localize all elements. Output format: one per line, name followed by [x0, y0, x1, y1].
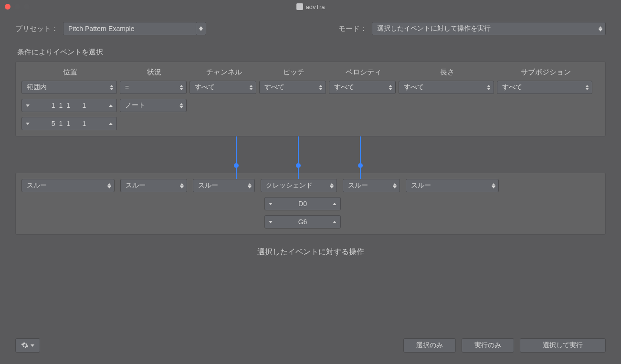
svg-marker-1 [199, 29, 203, 31]
status-op-select[interactable]: = [120, 81, 187, 94]
velocity-select[interactable]: すべて [329, 81, 396, 94]
mode-select[interactable]: 選択したイベントに対して操作を実行 [372, 22, 606, 35]
op-col2-select[interactable]: スルー [120, 179, 187, 192]
mode-label: モード： [338, 24, 367, 33]
slider-zone [15, 139, 606, 173]
position-mode-select[interactable]: 範囲内 [21, 81, 117, 94]
settings-menu-button[interactable] [15, 338, 40, 353]
svg-marker-36 [269, 203, 273, 205]
preset-select[interactable]: Pitch Pattern Example [63, 22, 206, 35]
svg-marker-34 [492, 183, 495, 186]
pitch-from-spinner[interactable]: D0 [264, 197, 341, 210]
window-title: advTra [306, 3, 325, 10]
svg-marker-35 [492, 186, 495, 188]
op-col6-select[interactable]: スルー [406, 179, 499, 192]
svg-marker-26 [180, 183, 184, 186]
svg-marker-17 [585, 88, 589, 90]
app-icon [296, 3, 303, 10]
svg-marker-22 [26, 123, 30, 125]
chevron-down-icon [199, 29, 203, 31]
header-position: 位置 [22, 68, 118, 77]
svg-marker-14 [487, 85, 491, 87]
header-pitch: ピッチ [260, 68, 327, 77]
operations-panel: スルー スルー スルー クレッシェンド スルー スルー [15, 173, 606, 235]
svg-marker-7 [179, 88, 183, 90]
svg-marker-40 [31, 344, 34, 347]
increment-icon[interactable] [329, 221, 340, 223]
svg-marker-6 [179, 85, 183, 87]
conditions-section-title: 条件によりイベントを選択 [17, 48, 606, 57]
svg-marker-20 [179, 103, 183, 105]
op-col3-select[interactable]: スルー [193, 179, 255, 192]
channel-select[interactable]: すべて [189, 81, 256, 94]
select-only-button[interactable]: 選択のみ [403, 338, 456, 353]
svg-marker-5 [110, 88, 114, 90]
operations-caption: 選択したイベントに対する操作 [15, 247, 606, 257]
svg-marker-15 [487, 88, 491, 90]
svg-marker-4 [110, 85, 114, 87]
header-length: 長さ [400, 68, 495, 77]
header-velocity: ベロシティ [330, 68, 397, 77]
header-channel: チャンネル [190, 68, 257, 77]
svg-marker-8 [249, 85, 253, 87]
svg-marker-32 [393, 183, 397, 186]
header-subposition: サブポジション [498, 68, 593, 77]
gear-icon [21, 342, 29, 349]
svg-marker-11 [319, 88, 323, 90]
svg-marker-19 [109, 104, 113, 107]
pitch-to-spinner[interactable]: G6 [264, 215, 341, 229]
svg-marker-38 [269, 221, 273, 223]
pitch-select[interactable]: すべて [259, 81, 326, 94]
svg-marker-18 [26, 104, 30, 107]
decrement-icon[interactable] [265, 203, 276, 205]
svg-marker-23 [109, 123, 113, 125]
preset-stepper[interactable] [196, 22, 206, 35]
decrement-icon[interactable] [22, 104, 33, 107]
svg-marker-31 [330, 186, 334, 188]
op-col5-select[interactable]: スルー [343, 179, 400, 192]
svg-marker-10 [319, 85, 323, 87]
window-controls [5, 4, 30, 10]
svg-marker-3 [599, 29, 602, 31]
svg-marker-39 [333, 221, 337, 223]
decrement-icon[interactable] [22, 123, 33, 125]
svg-marker-2 [599, 26, 602, 29]
select-and-execute-button[interactable]: 選択して実行 [520, 338, 606, 353]
preset-value: Pitch Pattern Example [68, 25, 135, 32]
svg-marker-33 [393, 186, 397, 188]
op-col1-select[interactable]: スルー [21, 179, 115, 192]
footer: 選択のみ 実行のみ 選択して実行 [15, 338, 606, 353]
length-select[interactable]: すべて [399, 81, 494, 94]
chevron-up-icon [599, 26, 602, 29]
increment-icon[interactable] [105, 104, 116, 107]
top-row: プリセット： Pitch Pattern Example モード： 選択したイベ… [15, 22, 606, 35]
increment-icon[interactable] [329, 203, 340, 205]
slider-handle[interactable] [236, 136, 237, 184]
svg-marker-13 [389, 88, 392, 90]
subposition-select[interactable]: すべて [497, 81, 592, 94]
chevron-down-icon [599, 29, 602, 31]
svg-marker-21 [179, 106, 183, 108]
zoom-window-button[interactable] [24, 4, 30, 10]
header-status: 状況 [121, 68, 188, 77]
position-to-spinner[interactable]: 5 1 1 1 [21, 117, 117, 130]
status-type-select[interactable]: ノート [120, 99, 187, 112]
svg-marker-27 [180, 186, 184, 188]
slider-handle[interactable] [360, 136, 361, 184]
svg-marker-37 [333, 203, 337, 205]
position-from-spinner[interactable]: 1 1 1 1 [21, 99, 117, 112]
op-col4-select[interactable]: クレッシェンド [261, 179, 337, 192]
svg-marker-16 [585, 85, 589, 87]
svg-marker-25 [107, 186, 111, 188]
slider-handle[interactable] [298, 136, 299, 184]
execute-only-button[interactable]: 実行のみ [462, 338, 514, 353]
preset-label: プリセット： [15, 24, 58, 33]
svg-marker-28 [248, 183, 252, 186]
decrement-icon[interactable] [265, 221, 276, 223]
increment-icon[interactable] [105, 123, 116, 125]
chevron-down-icon [31, 344, 34, 347]
conditions-panel: 位置 状況 チャンネル ピッチ ベロシティ 長さ サブポジション 範囲内 = す… [15, 62, 606, 136]
minimize-window-button[interactable] [14, 4, 20, 10]
titlebar: advTra [0, 0, 621, 13]
close-window-button[interactable] [5, 4, 11, 10]
